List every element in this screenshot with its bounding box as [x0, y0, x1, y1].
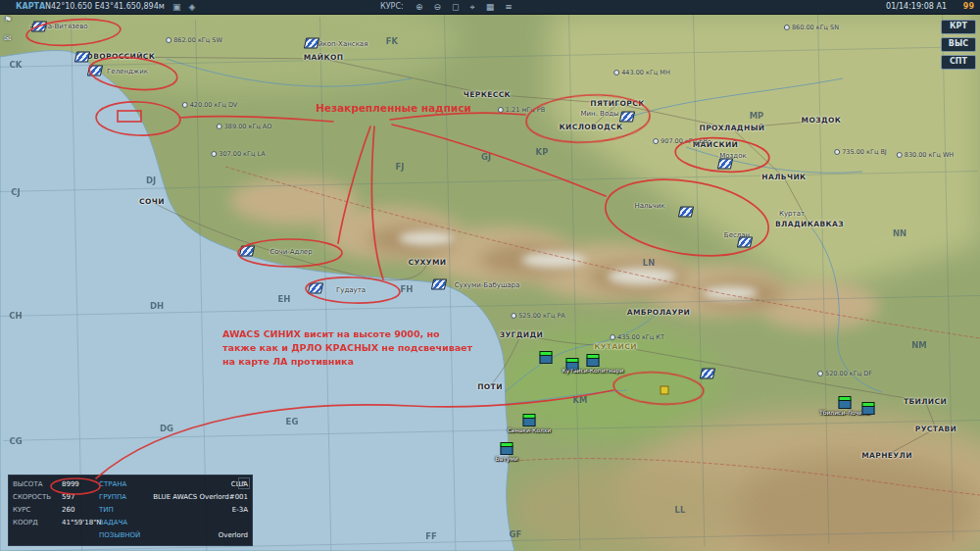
layers-icon[interactable]: ▣: [172, 0, 181, 14]
freq-label: 520.00 кГц DF: [817, 370, 872, 377]
info-value-2: E-3A: [150, 504, 248, 517]
town-label: Нальчик: [634, 202, 664, 210]
unit-marker[interactable]: Тбилиси-Лочини: [839, 399, 852, 409]
airfield-icon[interactable]: [31, 22, 47, 32]
datetime-display: 01/14:19:08 A1: [886, 0, 947, 14]
city-label: НАЛЬЧИК: [761, 173, 806, 181]
city-label: МАРНЕУЛИ: [861, 451, 912, 460]
dcs-f10-map-screen: Анапа-ВитязевоНОВОРОССИЙСКГеленджикМАЙКО…: [0, 0, 980, 551]
freq-label: 443.00 кГц MH: [613, 69, 670, 76]
info-value-2: [150, 517, 248, 529]
info-value: 41°59'18"N: [62, 517, 99, 529]
grid-label: LN: [643, 258, 656, 268]
flag-icon[interactable]: ⚑: [4, 15, 12, 25]
town-label: Мин. Воды: [580, 110, 618, 118]
mail-icon[interactable]: ✉: [4, 33, 12, 43]
town-label: Гудаута: [336, 286, 366, 294]
map-tools: ⊕⊖◻⌖▦≡: [416, 0, 513, 14]
grid-label: KM: [572, 395, 587, 405]
unit-marker[interactable]: [862, 405, 875, 415]
info-row: ПОЗЫВНОЙOverlord: [13, 529, 248, 542]
info-value: 260: [62, 504, 99, 517]
freq-label: 862.00 кГц SW: [166, 36, 222, 44]
map-frame-icon[interactable]: ◻: [452, 0, 459, 14]
airfield-icon[interactable]: [431, 279, 447, 290]
city-label: МОЗДОК: [802, 116, 842, 125]
freq-label: 907.00 кГц EB: [653, 137, 708, 145]
city-label: КУТАИСИ: [594, 342, 637, 351]
grid-label: NN: [893, 228, 906, 238]
freq-label: 830.00 кГц WH: [897, 151, 955, 159]
freq-label: 860.00 кГц SN: [784, 24, 839, 31]
info-label: КООРД: [13, 517, 62, 529]
zoom-out-icon[interactable]: ⊖: [434, 0, 442, 14]
unit-marker[interactable]: Батуми: [501, 445, 514, 455]
grid-label: LL: [675, 505, 686, 515]
info-value: 597: [62, 491, 99, 504]
city-label: ПОТИ: [477, 382, 503, 391]
info-label: [13, 529, 62, 542]
center-view-icon[interactable]: ⌖: [470, 0, 475, 14]
grid-label: FH: [401, 284, 414, 294]
grid-label: DG: [160, 424, 173, 433]
freq-label: 435.00 кГц КТ: [610, 333, 664, 341]
airfield-icon[interactable]: [678, 207, 694, 218]
unit-marker[interactable]: [540, 354, 553, 364]
airfield-icon[interactable]: [619, 112, 635, 123]
info-label: КУРС: [13, 504, 62, 517]
panel-expand-button[interactable]: »: [238, 477, 250, 489]
city-label: МАЙКОП: [304, 53, 344, 62]
info-value-2: BLUE AWACS Overlord#001: [150, 491, 248, 504]
freq-label: 525.00 кГц РА: [511, 312, 565, 320]
info-label-2: ТИП: [99, 504, 150, 517]
info-value-2: Overlord: [150, 529, 248, 542]
unit-label: Сенаки-Колхи: [508, 426, 551, 433]
grid-label: FF: [425, 531, 437, 541]
airfield-icon[interactable]: [74, 52, 90, 63]
grid-label: DJ: [146, 175, 156, 185]
zoom-in-icon[interactable]: ⊕: [416, 0, 423, 14]
info-label: ВЫСОТА: [13, 478, 62, 491]
airfield-icon[interactable]: [239, 246, 255, 257]
unit-info-panel: » ВЫСОТА8999СТРАНАСШАСКОРОСТЬ597ГРУППАBL…: [8, 475, 253, 546]
info-value: [62, 529, 99, 542]
grid-label: FK: [386, 36, 398, 46]
city-label: ЧЕРКЕССК: [464, 90, 511, 99]
cursor-coordinates: N42°10.650 E43°41.650,894м: [45, 0, 165, 14]
city-label: ВЛАДИКАВКАЗ: [775, 220, 844, 228]
info-label: СКОРОСТЬ: [13, 491, 62, 504]
map-labels-layer: Анапа-ВитязевоНОВОРОССИЙСКГеленджикМАЙКО…: [0, 0, 980, 551]
airfield-icon[interactable]: [737, 237, 753, 248]
airfield-icon[interactable]: [304, 38, 319, 49]
airfield-icon[interactable]: [717, 159, 733, 170]
map-mark-dot[interactable]: [661, 386, 669, 395]
unit-label: Кутаиси-Копитнари: [563, 367, 624, 374]
city-label: СУХУМИ: [409, 258, 447, 267]
marker-icon[interactable]: ◈: [189, 0, 196, 14]
city-label: НОВОРОССИЙСК: [80, 52, 156, 61]
info-value-2: США: [150, 478, 248, 491]
grid-label: CG: [9, 436, 22, 446]
city-label: АМБРОЛАУРИ: [627, 308, 690, 317]
menu-icon[interactable]: ≡: [505, 0, 513, 14]
grid-label: NM: [911, 340, 927, 350]
city-label: ПРОХЛАДНЫЙ: [700, 124, 765, 132]
town-label: Куртат: [779, 210, 805, 218]
toolbar-minor-icons: ▣◈: [172, 0, 195, 14]
airfield-icon[interactable]: [87, 66, 103, 76]
unit-marker[interactable]: Сенаки-Колхи: [523, 417, 536, 426]
info-row: КУРС260ТИПE-3A: [13, 504, 248, 517]
btn-spt[interactable]: СПТ: [941, 55, 976, 70]
freq-label: 735.00 кГц BJ: [834, 148, 887, 156]
airfield-icon[interactable]: [308, 283, 323, 294]
airfield-icon[interactable]: [700, 369, 715, 379]
grid-toggle-icon[interactable]: ▦: [486, 0, 495, 14]
info-rows: ВЫСОТА8999СТРАНАСШАСКОРОСТЬ597ГРУППАBLUE…: [13, 478, 248, 542]
unit-label: Батуми: [495, 455, 517, 462]
map-mode-label[interactable]: КАРТА: [16, 0, 45, 14]
unit-marker[interactable]: Кутаиси-Копитнари: [587, 357, 600, 367]
view-mode-buttons: КРТ ВЫС СПТ: [941, 20, 976, 70]
city-label: СОЧИ: [139, 197, 165, 206]
btn-krt[interactable]: КРТ: [941, 20, 976, 34]
btn-vys[interactable]: ВЫС: [941, 37, 976, 52]
